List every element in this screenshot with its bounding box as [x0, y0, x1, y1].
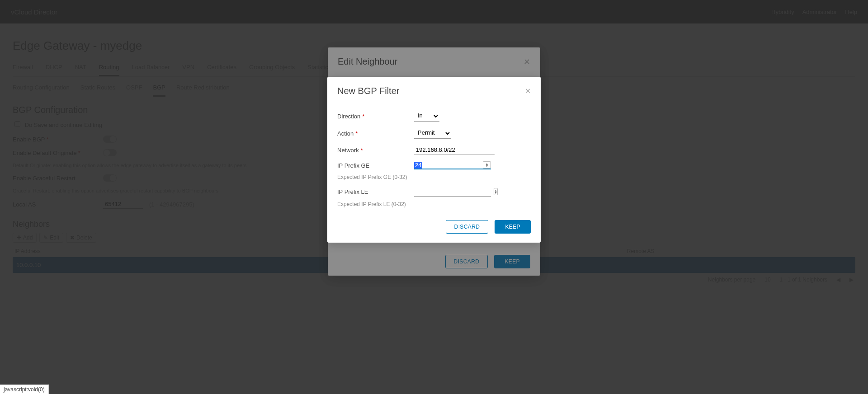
status-bar-url: javascript:void(0)	[0, 385, 49, 394]
bgp-filter-close-icon[interactable]: ✕	[525, 87, 531, 95]
action-label: Action	[337, 130, 354, 137]
bgp-filter-discard-button[interactable]: DISCARD	[446, 220, 489, 234]
ip-prefix-le-hint: Expected IP Prefix LE (0-32)	[337, 201, 531, 207]
direction-label: Direction	[337, 113, 360, 120]
bgp-filter-keep-button[interactable]: KEEP	[495, 220, 531, 234]
action-select[interactable]: Permit	[414, 128, 451, 139]
ip-prefix-ge-label: IP Prefix GE	[337, 162, 414, 169]
ip-prefix-ge-value[interactable]: 24	[414, 162, 422, 169]
le-stepper-icon[interactable]: ▲▼	[494, 188, 498, 195]
ip-prefix-le-label: IP Prefix LE	[337, 188, 414, 195]
network-input[interactable]	[414, 145, 495, 155]
ge-stepper-icon[interactable]: ▲▼	[483, 161, 491, 169]
network-label: Network	[337, 147, 359, 154]
ip-prefix-ge-hint: Expected IP Prefix GE (0-32)	[337, 174, 531, 180]
ip-prefix-le-input[interactable]	[414, 187, 494, 196]
bgp-filter-title: New BGP Filter	[337, 86, 399, 96]
new-bgp-filter-dialog: New BGP Filter ✕ Direction* In Action* P…	[327, 77, 541, 243]
direction-select[interactable]: In	[414, 111, 439, 122]
